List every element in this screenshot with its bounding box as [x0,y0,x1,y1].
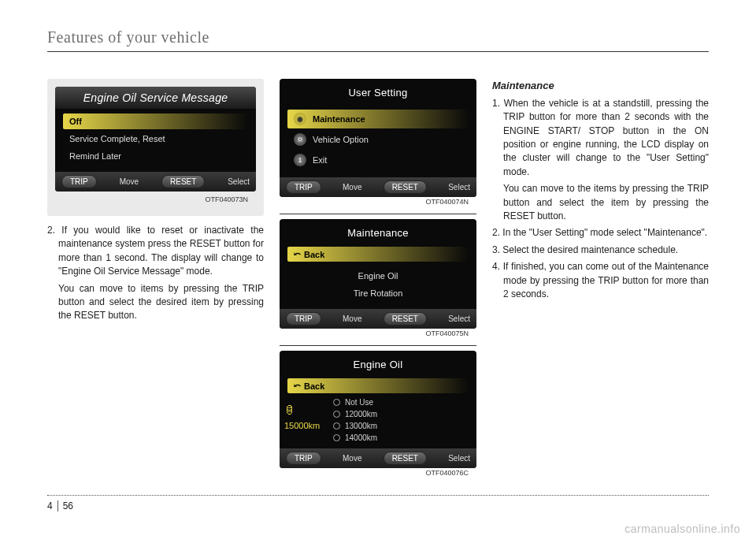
reset-button[interactable]: RESET [384,452,427,465]
menu-item-label: Remind Later [69,151,121,161]
foot-move: Move [343,314,361,323]
radio-option-14000[interactable]: 14000km [311,432,470,444]
foot-move: Move [120,177,139,186]
screen-frame-oil-message: Engine Oil Service Message Off Service C… [47,79,264,216]
radio-option-13000[interactable]: 13000km [311,420,470,432]
right-step-1b: You can move to the items by pressing th… [492,182,709,223]
screen-caption: OTF040076C [280,468,476,482]
menu-item-label: Tire Rotation [354,288,403,298]
page-number: 56 [63,500,73,511]
screen-menu: ◉ Maintenance ⛭ Vehicle Option 1 Exit [280,105,476,177]
menu-item-maintenance[interactable]: ◉ Maintenance [287,110,469,128]
page-header-title: Features of your vehicle [47,28,709,46]
page-content: Engine Oil Service Message Off Service C… [47,79,709,482]
radio-label: 14000km [345,433,377,442]
menu-item-remind-later[interactable]: Remind Later [63,148,248,164]
screen-oil-message: Engine Oil Service Message Off Service C… [55,87,256,192]
menu-item-label: Engine Oil [358,271,398,281]
menu-item-engine-oil[interactable]: Engine Oil [287,268,469,284]
menu-item-service-complete[interactable]: Service Complete, Reset [63,131,248,147]
screen-title: Engine Oil [280,355,476,377]
screen-menu: Engine Oil Tire Rotation [280,263,476,309]
radio-label: 13000km [345,422,377,430]
screen-menu: Off Service Complete, Reset Remind Later [55,109,256,172]
reset-button[interactable]: RESET [384,312,427,325]
menu-item-label: Off [69,117,82,126]
radio-icon [333,434,340,441]
maintenance-heading: Maintenance [492,79,709,94]
screen-caption: OTF040073N [55,195,256,208]
reset-button[interactable]: RESET [161,175,205,188]
menu-item-label: Exit [313,155,327,165]
page-chapter: 4 [47,500,58,511]
screen-engine-oil: Engine Oil ⤺ Back 🛢 15000km Not Use 1200… [280,351,476,468]
screen-caption: OTF040075N [280,329,476,342]
screen-footbar: TRIP Move RESET Select [55,172,256,192]
radio-label: 12000km [345,410,377,418]
screen-maintenance: Maintenance ⤺ Back Engine Oil Tire Rotat… [280,219,476,329]
menu-item-tire-rotation[interactable]: Tire Rotation [287,285,469,301]
right-step-1: 1. When the vehicle is at a standstill, … [492,97,709,179]
right-step-2: 2. In the "User Setting" mode select "Ma… [492,226,709,240]
menu-item-label: Vehicle Option [313,135,369,144]
mid-divider-1 [280,214,476,214]
footer-dotted-line [47,495,709,496]
back-arrow-icon: ⤺ [294,249,301,259]
screen-caption: OTF040074N [280,197,476,210]
screen-footbar: TRIP Move RESET Select [280,309,476,329]
screen-title: Engine Oil Service Message [55,87,256,109]
menu-item-exit[interactable]: 1 Exit [287,151,469,169]
screen-title: Maintenance [280,224,476,245]
radio-option-12000[interactable]: 12000km [311,408,470,420]
page-number-box: 4 56 [47,500,73,511]
back-arrow-icon: ⤺ [294,381,301,391]
back-button[interactable]: ⤺ Back [287,378,469,393]
trip-button[interactable]: TRIP [286,312,321,325]
exit-icon: 1 [294,154,306,166]
screen-user-setting: User Setting ◉ Maintenance ⛭ Vehicle Opt… [280,79,476,197]
menu-item-label: Service Complete, Reset [69,134,165,143]
current-interval-label: 15000km [284,421,320,430]
menu-item-label: Maintenance [313,114,365,124]
radio-icon [333,399,340,406]
radio-icon [333,422,340,430]
right-step-3: 3. Select the desired maintenance schedu… [492,244,709,257]
header-rule [47,51,709,52]
column-left: Engine Oil Service Message Off Service C… [47,79,264,482]
radio-label: Not Use [345,398,373,407]
watermark: carmanualsonline.info [624,523,740,535]
mid-divider-2 [280,345,476,346]
trip-button[interactable]: TRIP [286,180,321,194]
foot-select: Select [448,454,470,463]
column-middle: User Setting ◉ Maintenance ⛭ Vehicle Opt… [280,79,476,482]
gear-icon: ◉ [294,113,306,125]
screen-title: User Setting [280,84,476,105]
page-header: Features of your vehicle [47,28,709,52]
screen-footbar: TRIP Move RESET Select [280,448,476,468]
screen-footbar: TRIP Move RESET Select [280,177,476,197]
oil-can-icon: 🛢 [284,404,295,416]
back-label: Back [304,250,324,259]
menu-item-off[interactable]: Off [63,113,248,129]
left-para-1: 2. If you would like to reset or inactiv… [47,224,264,279]
trip-button[interactable]: TRIP [61,175,97,188]
reset-button[interactable]: RESET [384,180,427,194]
left-para-2: You can move to items by pressing the TR… [47,282,264,323]
back-button[interactable]: ⤺ Back [287,247,469,262]
back-label: Back [304,381,324,391]
left-body-text: 2. If you would like to reset or inactiv… [47,224,264,323]
foot-select: Select [228,177,250,186]
menu-item-vehicle-option[interactable]: ⛭ Vehicle Option [287,130,469,149]
car-icon: ⛭ [294,133,306,146]
foot-move: Move [343,183,361,192]
radio-option-not-use[interactable]: Not Use [311,396,470,408]
column-right: Maintenance 1. When the vehicle is at a … [492,79,709,482]
foot-move: Move [343,454,361,463]
trip-button[interactable]: TRIP [286,452,321,465]
radio-icon [333,411,340,418]
foot-select: Select [448,183,470,192]
foot-select: Select [448,314,470,323]
right-step-4: 4. If finished, you can come out of the … [492,260,709,301]
